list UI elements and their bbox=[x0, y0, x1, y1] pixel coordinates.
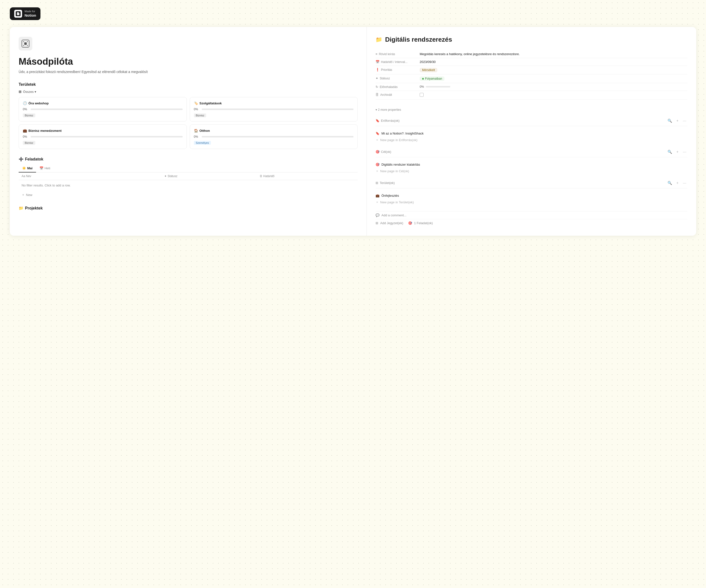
view-toggle-button[interactable]: Összes ▾ bbox=[23, 90, 36, 94]
area-tag-2: Biznisz bbox=[23, 141, 35, 145]
goals-section: 🎯 Cél(ok) 🔍 ＋ ⋯ 🎯 Digitális rendszer kia… bbox=[376, 149, 688, 174]
notion-logo-icon bbox=[14, 10, 22, 17]
prop-row-archived: 🗄 Archivált bbox=[376, 91, 688, 100]
tab-mai-label: Mai bbox=[27, 166, 33, 170]
prop-icon-description: ≡ bbox=[376, 52, 378, 56]
goals-search-btn[interactable]: 🔍 bbox=[667, 149, 673, 155]
goals-add-btn[interactable]: ＋ bbox=[675, 149, 680, 155]
progress-label-3: 0% bbox=[194, 135, 200, 138]
more-properties-toggle[interactable]: ▾ 2 more properties bbox=[376, 107, 688, 113]
prop-value-archived[interactable] bbox=[420, 93, 688, 97]
goals-new-page-btn[interactable]: ＋ New page in Cél(ok) bbox=[376, 168, 688, 174]
feladatok-section: ➕ Feladatok ☀️ Mai 📅 Heti Aa Név bbox=[18, 157, 358, 199]
prop-value-progress: 0% bbox=[420, 85, 688, 88]
goals-more-btn[interactable]: ⋯ bbox=[682, 149, 688, 155]
territories-more-btn[interactable]: ⋯ bbox=[682, 180, 688, 186]
tab-heti-icon: 📅 bbox=[39, 166, 43, 170]
view-toggle-label: Összes bbox=[23, 90, 34, 94]
right-panel-title: Digitális rendszerezés bbox=[385, 36, 452, 43]
territories-label: Terület(ek) bbox=[380, 181, 395, 185]
notes-grid-icon: ⊞ bbox=[376, 221, 378, 225]
tab-heti[interactable]: 📅 Heti bbox=[36, 164, 54, 172]
table-header: Aa Név ✦ Státusz 🗓 Határidő bbox=[18, 172, 358, 180]
areas-section-header: ⊞ Összes ▾ bbox=[18, 90, 358, 94]
territories-add-btn[interactable]: ＋ bbox=[675, 180, 680, 186]
feladatok-title: Feladatok bbox=[25, 157, 43, 162]
prop-icon-deadline: 📅 bbox=[376, 60, 380, 64]
prop-value-status[interactable]: Folyamatban bbox=[420, 77, 688, 81]
no-results-text[interactable]: No filter results. Click to add a row. bbox=[18, 180, 358, 191]
progress-pct: 0% bbox=[420, 85, 424, 88]
territories-title: ⊞ Terület(ek) bbox=[376, 181, 395, 185]
badge-text: Made for Notion bbox=[25, 10, 36, 17]
resources-header: 🔖 Erőforrás(ok) 🔍 ＋ ⋯ bbox=[376, 118, 688, 124]
archived-checkbox[interactable] bbox=[420, 93, 424, 97]
prop-label-deadline: 📅 Határidő / interval... bbox=[376, 60, 420, 64]
progress-bar bbox=[426, 86, 450, 87]
right-panel-title-row: 📁 Digitális rendszerezés bbox=[376, 36, 688, 43]
goal-item-0[interactable]: 🎯 Digitális rendszer kialakítás bbox=[376, 161, 688, 168]
resources-add-btn[interactable]: ＋ bbox=[675, 118, 680, 124]
add-notes-row[interactable]: ⊞ Add Jegyzet(ek) 🎯 1 Feladat(ok) bbox=[376, 219, 688, 227]
prop-value-deadline[interactable]: 2023/09/30 bbox=[420, 60, 688, 64]
resources-search-btn[interactable]: 🔍 bbox=[667, 118, 673, 124]
right-panel: 📁 Digitális rendszerezés ≡ Rövid leírás … bbox=[367, 27, 696, 236]
add-new-label: New bbox=[26, 193, 32, 197]
progress-bar-bg-0 bbox=[31, 109, 183, 110]
goal-item-icon-0: 🎯 bbox=[376, 163, 380, 166]
territories-new-page-btn[interactable]: ＋ New page in Terület(ek) bbox=[376, 199, 688, 205]
tasks-icon: 🎯 bbox=[408, 221, 412, 225]
app-icon bbox=[18, 37, 32, 50]
svg-rect-8 bbox=[23, 45, 24, 46]
area-card-title-3: Otthon bbox=[200, 129, 210, 132]
prop-row-deadline: 📅 Határidő / interval... 2023/09/30 bbox=[376, 58, 688, 66]
new-page-plus-icon-territories: ＋ bbox=[376, 200, 379, 204]
territory-item-label-0: Önfejlesztés bbox=[382, 194, 399, 198]
prop-label-text-priority: Prioritás bbox=[381, 68, 392, 72]
resource-item-0[interactable]: 🔖 Mi az a Notion?: InsightShack bbox=[376, 130, 688, 137]
add-comment-row[interactable]: 💬 Add a comment... bbox=[376, 211, 688, 219]
area-card-3[interactable]: 🏠 Otthon 0% Személyes bbox=[190, 124, 358, 149]
resources-icon: 🔖 bbox=[376, 119, 380, 123]
resources-more-btn[interactable]: ⋯ bbox=[682, 118, 688, 124]
area-card-1[interactable]: 🏷️ Szolgáltatások 0% Biznisz bbox=[190, 97, 358, 122]
area-card-title-1: Szolgáltatások bbox=[200, 101, 222, 105]
chevron-down-icon: ▾ bbox=[35, 90, 36, 94]
area-card-2[interactable]: 💼 Biznisz menedzsment 0% Biznisz bbox=[18, 124, 187, 149]
tasks-label: 1 Feladat(ok) bbox=[414, 221, 433, 225]
feladatok-header: ➕ Feladatok bbox=[18, 157, 358, 162]
prop-icon-archived: 🗄 bbox=[376, 93, 379, 96]
add-new-button[interactable]: ＋ New bbox=[18, 191, 358, 199]
tab-heti-label: Heti bbox=[45, 166, 50, 170]
prop-label-priority: ❗ Prioritás bbox=[376, 68, 420, 72]
area-card-0[interactable]: 🕐 Óra webshop 0% Biznisz bbox=[18, 97, 187, 122]
territories-header: ⊞ Terület(ek) 🔍 ＋ ⋯ bbox=[376, 180, 688, 186]
projektek-folder-icon: 📁 bbox=[18, 206, 24, 210]
tab-mai[interactable]: ☀️ Mai bbox=[18, 164, 36, 172]
notion-badge[interactable]: Made for Notion bbox=[10, 7, 40, 20]
svg-rect-7 bbox=[27, 41, 28, 42]
prop-value-priority[interactable]: Mérsékelt bbox=[420, 68, 688, 72]
svg-rect-6 bbox=[23, 41, 24, 42]
add-notes-label: Add Jegyzet(ek) bbox=[380, 221, 403, 225]
prop-label-text-deadline: Határidő / interval... bbox=[381, 60, 407, 64]
page-wrapper: Made for Notion Másodpilóta Üdv, a preci… bbox=[0, 0, 706, 250]
progress-label-2: 0% bbox=[23, 135, 29, 138]
territories-search-btn[interactable]: 🔍 bbox=[667, 180, 673, 186]
main-card: Másodpilóta Üdv, a precizitást fokozó re… bbox=[10, 27, 696, 236]
resources-divider bbox=[376, 126, 688, 126]
feladatok-tabs: ☀️ Mai 📅 Heti bbox=[18, 164, 358, 172]
area-card-title-0: Óra webshop bbox=[29, 101, 48, 105]
chevron-down-icon-more: ▾ bbox=[376, 108, 377, 112]
status-dot bbox=[422, 78, 424, 80]
svg-rect-9 bbox=[27, 45, 28, 46]
made-for-label: Made for bbox=[25, 10, 36, 13]
resources-new-page-btn[interactable]: ＋ New page in Erőforrás(ok) bbox=[376, 137, 688, 143]
prop-label-text-status: Státusz bbox=[380, 77, 390, 80]
comment-icon: 💬 bbox=[376, 213, 380, 217]
priority-badge: Mérsékelt bbox=[420, 68, 437, 72]
prop-label-progress: ↻ Előrehaladás bbox=[376, 85, 420, 89]
projektek-title: Projektek bbox=[25, 206, 43, 210]
territory-item-0[interactable]: 💼 Önfejlesztés bbox=[376, 192, 688, 199]
area-card-title-2: Biznisz menedzsment bbox=[29, 129, 62, 132]
